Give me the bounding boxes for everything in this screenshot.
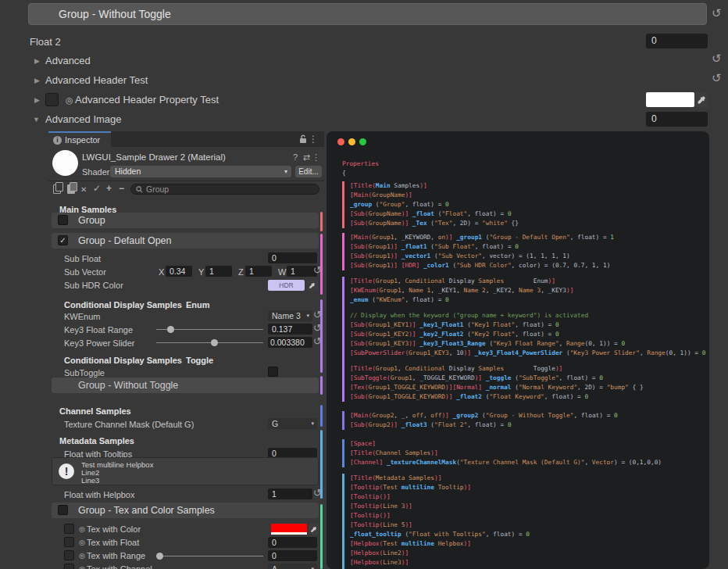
code-line: [350, 358, 706, 364]
group-rail: [320, 234, 323, 295]
group-header-tex-color-samples[interactable]: Group - Tex and Color Samples: [52, 503, 319, 518]
chevron-down-icon: ▾: [311, 418, 314, 429]
foldout-closed-icon[interactable]: ▶: [34, 97, 40, 104]
maximize-icon[interactable]: [359, 138, 366, 145]
presets-icon[interactable]: ⇄: [303, 152, 310, 163]
advanced-header-property-checkbox[interactable]: [45, 93, 59, 106]
tab-inspector[interactable]: i Inspector: [48, 131, 111, 147]
tex-with-channel-dropdown[interactable]: A ▾: [268, 564, 317, 569]
tex-with-range-field[interactable]: 0: [268, 550, 317, 561]
group-without-toggle-header[interactable]: Group - Without Toggle: [28, 3, 707, 25]
code-line: [Channel] _textureChannelMask("Texture C…: [350, 458, 706, 467]
group-label: Group: [78, 213, 105, 228]
group-rail: [320, 430, 323, 499]
paste-icon[interactable]: [67, 184, 75, 194]
kebab-menu-icon[interactable]: ⋮: [312, 152, 320, 163]
texture-channel-mask-value: G: [272, 419, 278, 428]
texture-slot[interactable]: [64, 550, 74, 560]
tex-with-range-knob[interactable]: [156, 553, 163, 560]
advanced-image-field[interactable]: 0: [646, 112, 708, 127]
code-line: [SubPowerSlider(Group1_KEY3, 10)] _key3_…: [350, 349, 706, 358]
advanced-image-label[interactable]: Advanced Image: [45, 113, 122, 125]
code-line: [Main(Group1, _KEYWORD, on)] _group1 ("G…: [350, 233, 706, 242]
code-block: [Space][Title(Channel Samples)][Channel]…: [342, 439, 706, 467]
search-input[interactable]: Group: [130, 184, 319, 195]
eyedropper-button[interactable]: [306, 280, 318, 291]
tex-with-range-slider[interactable]: [159, 556, 263, 556]
key3-power-slider-knob[interactable]: [211, 339, 218, 346]
code-line: [Space]: [350, 439, 706, 449]
hdr-color-swatch[interactable]: HDR: [268, 280, 305, 291]
group-header-group[interactable]: Group: [52, 213, 319, 228]
advanced-foldout-label[interactable]: Advanced: [45, 55, 91, 66]
texture-channel-mask-dropdown[interactable]: G ▾: [268, 418, 317, 429]
float-with-helpbox-label: Float with Helpbox: [64, 489, 135, 500]
vector-z-field[interactable]: 1: [245, 266, 272, 277]
vector-y-field[interactable]: 1: [205, 266, 232, 277]
minus-icon[interactable]: −: [119, 184, 124, 193]
vector-w-label: W: [278, 267, 286, 277]
subtoggle-checkbox[interactable]: [268, 367, 278, 377]
key3-float-range-field[interactable]: 0.137: [268, 324, 312, 335]
code-line: [Sub(Group1_TOGGLE_KEYWORD)] _float2 ("F…: [350, 392, 706, 402]
group-checkbox[interactable]: [58, 215, 68, 225]
revert-icon[interactable]: ↺: [712, 72, 722, 84]
vector-x-field[interactable]: 0.34: [166, 266, 192, 277]
float-with-helpbox-field[interactable]: 1: [268, 488, 312, 499]
code-block: Properties{: [334, 159, 706, 178]
texture-slot[interactable]: [64, 537, 74, 547]
lock-icon[interactable]: [299, 134, 307, 144]
revert-icon[interactable]: ↺: [712, 52, 722, 64]
kebab-menu-icon[interactable]: ⋮: [309, 134, 318, 145]
foldout-closed-icon[interactable]: ▶: [34, 77, 40, 84]
shader-dropdown[interactable]: Hidden ▾: [110, 166, 291, 177]
advanced-header-property-test-label[interactable]: Advanced Header Property Test: [75, 94, 219, 106]
sub-float-field[interactable]: 0: [268, 252, 317, 263]
advanced-header-test-label[interactable]: Advanced Header Test: [45, 74, 148, 86]
group-header-without-toggle[interactable]: Group - Without Toggle: [52, 378, 319, 393]
group-header-default-open[interactable]: ✓ Group - Default Open: [52, 233, 319, 249]
key3-float-range-knob[interactable]: [167, 326, 174, 333]
copy-icon[interactable]: [53, 184, 61, 194]
color-swatch-red[interactable]: [271, 524, 307, 535]
kwenum-dropdown[interactable]: Name 3 ▾: [268, 310, 312, 321]
code-line: [Helpbox(Test multiline Helpbox)]: [350, 539, 706, 549]
code-line: [Sub(Group1_KEY2)] _key2_Float2 ("Key2 F…: [350, 330, 706, 339]
code-line: [Sub(Group1_KEY3)] _key3_Float3_Range ("…: [350, 339, 706, 349]
color-swatch-white[interactable]: [646, 92, 694, 107]
float2-field[interactable]: 0: [646, 34, 708, 48]
help-icon[interactable]: ?: [293, 152, 298, 162]
minimize-icon[interactable]: [348, 138, 355, 145]
foldout-open-icon[interactable]: ▼: [33, 116, 40, 123]
tex-group-checkbox[interactable]: [58, 505, 68, 515]
collapse-icon[interactable]: ✕: [80, 185, 87, 195]
eyedropper-button[interactable]: [695, 92, 708, 107]
checkmark-icon[interactable]: ✓: [93, 184, 101, 193]
eyedropper-button[interactable]: [309, 524, 319, 535]
eyedropper-icon: [309, 282, 316, 289]
kwenum-value: Name 3: [272, 311, 301, 320]
unity-material-editor: Group - Without Toggle ↺ Float 2 0 ▶ Adv…: [0, 0, 728, 569]
edit-shader-button[interactable]: Edit...: [295, 166, 322, 177]
plus-icon[interactable]: +: [106, 184, 112, 193]
key3-power-slider-field[interactable]: 0.003380: [268, 337, 312, 348]
tex-with-range-label: Tex with Range: [87, 550, 145, 561]
section-conditional-toggle-tag: Toggle: [186, 356, 213, 366]
material-preview-sphere[interactable]: [52, 150, 78, 176]
code-line: [Main(GroupName)]: [350, 191, 706, 200]
group-default-checkbox[interactable]: ✓: [58, 235, 68, 245]
section-conditional-enum: Conditional Display Samples: [64, 300, 182, 310]
key3-power-slider[interactable]: [156, 342, 263, 343]
override-dot-icon: ◎: [79, 552, 85, 560]
code-line: [350, 305, 706, 311]
chevron-down-icon: ▾: [284, 166, 287, 177]
tex-with-float-field[interactable]: 0: [268, 537, 317, 548]
foldout-closed-icon[interactable]: ▶: [34, 58, 40, 65]
revert-icon[interactable]: ↺: [712, 7, 722, 19]
code-line: [Sub(Group1)] _vector1 ("Sub Vector", ve…: [350, 252, 706, 261]
texture-slot[interactable]: [64, 564, 74, 569]
search-value: Group: [146, 184, 169, 194]
texture-slot[interactable]: [64, 524, 74, 534]
close-icon[interactable]: [337, 138, 344, 145]
tex-with-channel-value: A: [272, 564, 277, 569]
